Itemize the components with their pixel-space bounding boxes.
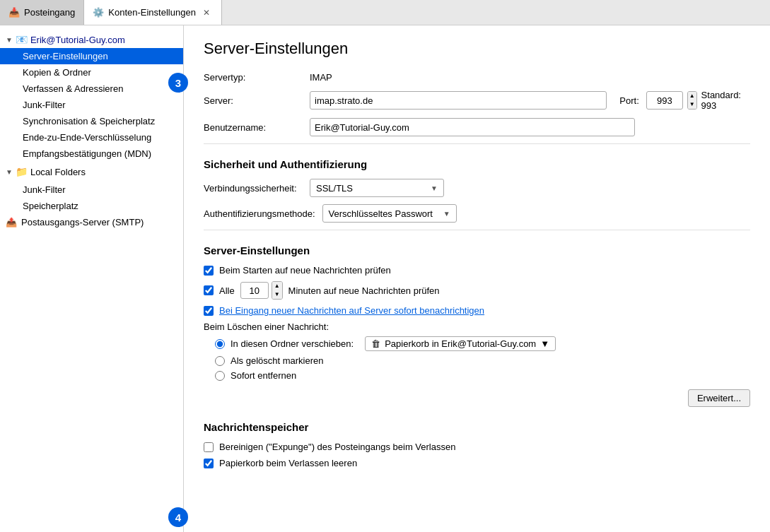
empty-trash-row: Papierkorb beim Verlassen leeren — [204, 458, 750, 468]
minute-input[interactable] — [240, 282, 269, 299]
connection-security-label: Verbindungssicherheit: — [204, 183, 303, 194]
tab-settings-label: Konten-Einstellungen — [108, 7, 196, 18]
sidebar-item-copies[interactable]: Kopien & Ordner — [0, 64, 183, 81]
radio-mark-label: Als gelöscht markieren — [231, 355, 324, 366]
step-3-badge: 3 — [168, 73, 188, 93]
account-icon: 📧 — [16, 34, 28, 45]
advanced-button[interactable]: Erweitert... — [688, 389, 750, 407]
minute-spinner[interactable]: ▲ ▼ — [272, 281, 283, 300]
delete-section: Beim Löschen einer Nachricht: In diesen … — [204, 321, 750, 381]
sidebar-smtp[interactable]: 📤 Postausgangs-Server (SMTP) — [0, 214, 183, 230]
port-down-button[interactable]: ▼ — [688, 100, 696, 109]
check-startup-label: Beim Starten auf neue Nachrichten prüfen — [219, 265, 391, 276]
port-default: Standard: 993 — [701, 90, 750, 111]
expunge-row: Bereinigen ("Expunge") des Posteingangs … — [204, 442, 750, 452]
minute-input-wrap: ▲ ▼ — [240, 281, 283, 300]
sidebar-item-junk[interactable]: Junk-Filter — [0, 97, 183, 113]
mdn-label: Empfangsbestätigungen (MDN) — [23, 148, 151, 159]
port-spinner[interactable]: ▲ ▼ — [687, 91, 697, 110]
port-row: ▲ ▼ Standard: 993 — [646, 90, 750, 111]
trash-dropdown-arrow: ▼ — [540, 338, 549, 349]
port-up-button[interactable]: ▲ — [688, 92, 696, 100]
smtp-icon: 📤 — [6, 217, 17, 227]
notify-checkbox[interactable] — [204, 306, 214, 316]
port-input[interactable] — [646, 91, 683, 110]
copies-label: Kopien & Ordner — [23, 67, 91, 78]
server-row: Server: Port: ▲ ▼ Standard: 993 — [204, 90, 750, 111]
sidebar-item-e2e[interactable]: Ende-zu-Ende-Verschlüsselung — [0, 129, 183, 146]
empty-trash-checkbox[interactable] — [204, 459, 214, 468]
server-label: Server: — [204, 95, 303, 106]
minute-down-button[interactable]: ▼ — [272, 290, 282, 299]
expunge-checkbox[interactable] — [204, 442, 214, 452]
radio-remove[interactable] — [215, 371, 225, 381]
title-bar: 📥 Posteingang ⚙️ Konten-Einstellungen ✕ — [0, 0, 770, 25]
notify-row: Bei Eingang neuer Nachrichten auf Server… — [204, 305, 750, 316]
check-interval-post: Minuten auf neue Nachrichten prüfen — [288, 285, 440, 296]
radio-remove-row: Sofort entfernen — [215, 370, 750, 381]
page-title: Server-Einstellungen — [204, 40, 750, 58]
check-startup-checkbox[interactable] — [204, 266, 214, 276]
sidebar-item-mdn[interactable]: Empfangsbestätigungen (MDN) — [0, 146, 183, 162]
username-row: Benutzername: — [204, 118, 750, 136]
tab-settings[interactable]: ⚙️ Konten-Einstellungen ✕ — [84, 0, 222, 25]
radio-move-row: In diesen Ordner verschieben: 🗑 Papierko… — [215, 336, 750, 351]
auth-method-value: Verschlüsseltes Passwort — [329, 208, 433, 219]
radio-mark-row: Als gelöscht markieren — [215, 355, 750, 366]
connection-security-dropdown[interactable]: SSL/TLS ▼ — [310, 179, 444, 197]
local-folders-collapse-icon: ▼ — [6, 168, 13, 176]
compose-label: Verfassen & Adressieren — [23, 83, 123, 94]
sidebar: ▼ 📧 Erik@Tutorial-Guy.com Server-Einstel… — [0, 25, 184, 532]
sidebar-item-compose[interactable]: Verfassen & Adressieren — [0, 81, 183, 97]
sidebar-item-local-junk[interactable]: Junk-Filter — [0, 182, 183, 198]
port-label: Port: — [619, 95, 638, 106]
local-storage-label: Speicherplatz — [23, 201, 78, 211]
check-interval-pre: Alle — [219, 285, 235, 296]
check-interval-checkbox[interactable] — [204, 285, 214, 295]
sidebar-local-folders[interactable]: ▼ 📁 Local Folders — [0, 162, 183, 182]
connection-security-row: Verbindungssicherheit: SSL/TLS ▼ — [204, 179, 750, 197]
radio-move-label: In diesen Ordner verschieben: — [231, 338, 354, 349]
sidebar-account[interactable]: ▼ 📧 Erik@Tutorial-Guy.com — [0, 31, 183, 48]
radio-remove-label: Sofort entfernen — [231, 370, 296, 381]
auth-method-dropdown[interactable]: Verschlüsseltes Passwort ▼ — [322, 204, 457, 223]
account-collapse-icon: ▼ — [6, 36, 13, 44]
content-area: Server-Einstellungen Servertyp: IMAP Ser… — [184, 25, 770, 532]
account-label: Erik@Tutorial-Guy.com — [30, 35, 125, 45]
username-input[interactable] — [310, 118, 635, 136]
server-input[interactable] — [310, 91, 607, 110]
auth-method-chevron: ▼ — [443, 210, 450, 218]
expunge-label: Bereinigen ("Expunge") des Posteingangs … — [219, 442, 455, 452]
junk-label: Junk-Filter — [23, 100, 66, 110]
connection-security-value: SSL/TLS — [316, 183, 353, 194]
empty-trash-label: Papierkorb beim Verlassen leeren — [219, 458, 357, 468]
minute-up-button[interactable]: ▲ — [272, 282, 282, 290]
local-folders-label: Local Folders — [30, 167, 86, 177]
local-junk-label: Junk-Filter — [23, 184, 66, 195]
check-startup-row: Beim Starten auf neue Nachrichten prüfen — [204, 265, 750, 276]
close-tab-button[interactable]: ✕ — [200, 6, 213, 19]
sync-label: Synchronisation & Speicherplatz — [23, 116, 155, 126]
smtp-label: Postausgangs-Server (SMTP) — [21, 217, 144, 227]
radio-mark[interactable] — [215, 356, 225, 366]
auth-method-row: Authentifizierungsmethode: Verschlüsselt… — [204, 204, 750, 223]
tab-inbox-label: Posteingang — [24, 7, 75, 18]
section-message-store-title: Nachrichtenspeicher — [204, 421, 750, 433]
auth-method-label: Authentifizierungsmethode: — [204, 208, 315, 219]
check-interval-row: Alle ▲ ▼ Minuten auf neue Nachrichten pr… — [204, 281, 750, 300]
e2e-label: Ende-zu-Ende-Verschlüsselung — [23, 132, 151, 143]
trash-folder-dropdown[interactable]: 🗑 Papierkorb in Erik@Tutorial-Guy.com ▼ — [365, 336, 556, 351]
inbox-icon: 📥 — [8, 7, 20, 18]
server-settings-label: Server-Einstellungen — [23, 51, 108, 61]
radio-move[interactable] — [215, 339, 225, 349]
sidebar-item-server-settings[interactable]: Server-Einstellungen — [0, 48, 183, 64]
delete-label: Beim Löschen einer Nachricht: — [204, 321, 750, 332]
step-4-badge: 4 — [168, 507, 188, 527]
sidebar-item-local-storage[interactable]: Speicherplatz — [0, 198, 183, 214]
tab-inbox[interactable]: 📥 Posteingang — [0, 0, 84, 25]
trash-icon: 🗑 — [371, 338, 380, 349]
server-type-value: IMAP — [310, 72, 332, 83]
sidebar-item-sync[interactable]: Synchronisation & Speicherplatz — [0, 113, 183, 129]
server-type-label: Servertyp: — [204, 72, 303, 83]
server-type-row: Servertyp: IMAP — [204, 72, 750, 83]
